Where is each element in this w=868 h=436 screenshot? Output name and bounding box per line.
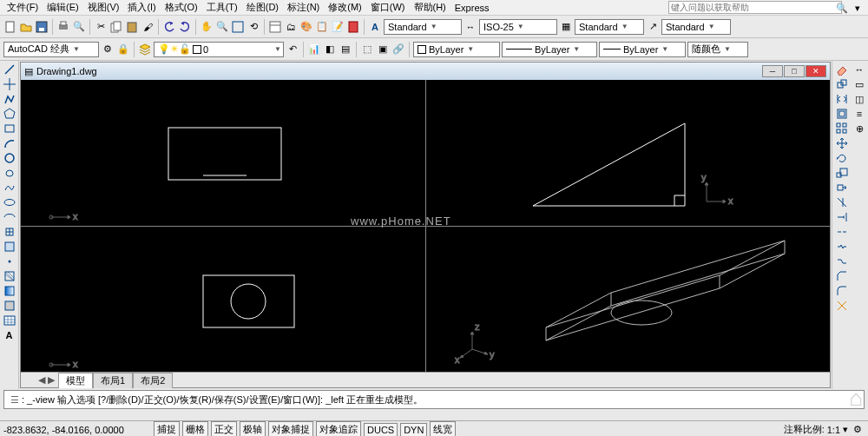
xref-icon[interactable]: 🔗 [391,43,405,56]
region-icon[interactable] [3,299,16,313]
revcloud-icon[interactable] [3,166,16,180]
copy-icon[interactable] [109,20,123,34]
polyline-icon[interactable] [3,92,16,106]
layer-state-icon[interactable]: 📊 [307,43,321,56]
line-icon[interactable] [3,63,16,76]
ducs-toggle[interactable]: DUCS [364,423,398,437]
layer-combo[interactable]: 💡 ☀ 🔓 0▼ [154,42,284,57]
text-style-icon[interactable]: A [368,20,382,34]
undo-icon[interactable] [162,20,176,34]
distance-icon[interactable]: ↔ [852,63,866,76]
menu-edit[interactable]: 编辑(E) [43,0,82,15]
print-icon[interactable] [56,20,70,34]
text-style-combo[interactable]: Standard▼ [384,19,462,35]
create-block-icon[interactable]: ▣ [376,43,390,56]
minimize-button[interactable]: ─ [762,65,783,77]
polar-toggle[interactable]: 极轴 [240,421,266,436]
save-icon[interactable] [35,20,49,34]
table-style-icon[interactable]: ▦ [559,20,573,34]
grid-toggle[interactable]: 栅格 [182,421,208,436]
pan-icon[interactable]: ✋ [200,20,214,34]
circle-icon[interactable] [3,151,16,165]
ellipse-arc-icon[interactable] [3,210,16,224]
zoom-window-icon[interactable] [231,20,245,34]
menu-view[interactable]: 视图(V) [84,0,123,15]
otrack-toggle[interactable]: 对象追踪 [316,421,361,436]
menu-modify[interactable]: 修改(M) [325,0,365,15]
menu-help[interactable]: 帮助(H) [411,0,450,15]
stretch-icon[interactable] [835,181,849,195]
workspace-lock-icon[interactable]: 🔒 [116,43,130,56]
scale-icon[interactable] [835,166,849,180]
menu-express[interactable]: Express [451,2,493,14]
maximize-button[interactable]: □ [784,65,805,77]
make-block-icon[interactable] [3,240,16,254]
dyn-toggle[interactable]: DYN [400,423,427,437]
extend-icon[interactable] [835,210,849,224]
explode-icon[interactable] [835,299,849,313]
dropdown-icon[interactable]: ▾ [851,1,865,15]
break2-icon[interactable] [835,240,849,254]
join-icon[interactable] [835,254,849,268]
status-extra-icon[interactable]: ⚙ [851,423,865,437]
dim-style-icon[interactable]: ↔ [464,20,477,34]
snap-toggle[interactable]: 捕捉 [154,421,180,436]
workspace-combo[interactable]: AutoCAD 经典▼ [3,42,99,57]
command-line[interactable]: ☰ : _-view 输入选项 [?/删除(D)/正交(O)/恢复(R)/保存(… [3,390,865,409]
gradient-icon[interactable] [3,284,16,298]
lwt-toggle[interactable]: 线宽 [430,421,456,436]
plotstyle-combo[interactable]: 随颜色▼ [687,42,748,57]
color-combo[interactable]: ByLayer▼ [413,42,500,57]
menu-dimension[interactable]: 标注(N) [284,0,323,15]
menu-insert[interactable]: 插入(I) [124,0,159,15]
menu-window[interactable]: 窗口(W) [367,0,409,15]
point-icon[interactable] [3,254,16,268]
paste-icon[interactable] [125,20,139,34]
cut-icon[interactable]: ✂ [94,20,108,34]
array-icon[interactable] [835,122,849,135]
ortho-toggle[interactable]: 正交 [211,421,237,436]
design-center-icon[interactable]: 🗂 [284,20,298,34]
calc-icon[interactable] [346,20,360,34]
list-icon[interactable]: ≡ [852,107,866,121]
offset-icon[interactable] [835,107,849,121]
zoom-prev-icon[interactable]: ⟲ [247,20,260,34]
anno-scale-value[interactable]: 1:1 [827,425,840,435]
markup-icon[interactable]: 📝 [331,20,345,34]
search-icon[interactable]: 🔍 [835,1,849,15]
area-icon[interactable]: ▭ [852,77,866,91]
lineweight-combo[interactable]: ByLayer▼ [599,42,686,57]
trim-icon[interactable] [835,195,849,209]
arc-icon[interactable] [3,136,16,150]
move-icon[interactable] [835,136,849,150]
insert-block-icon[interactable]: ⬚ [360,43,374,56]
open-icon[interactable] [19,20,33,34]
sheet-icon[interactable]: 📋 [315,20,329,34]
copy-obj-icon[interactable] [835,77,849,91]
ellipse-icon[interactable] [3,195,16,209]
table-icon[interactable] [3,314,16,327]
erase-icon[interactable] [835,63,849,76]
menu-tools[interactable]: 工具(T) [203,0,241,15]
layer-prev-icon[interactable]: ↶ [286,43,299,56]
chamfer-icon[interactable] [835,269,849,283]
close-button[interactable]: ✕ [806,65,826,77]
redo-icon[interactable] [178,20,192,34]
table-style-combo[interactable]: Standard▼ [575,19,644,35]
menu-draw[interactable]: 绘图(D) [243,0,282,15]
spline-icon[interactable] [3,181,16,195]
layer-iso-icon[interactable]: ◧ [323,43,337,56]
properties-icon[interactable] [268,20,282,34]
viewport-area[interactable]: x x y x [21,80,830,372]
layer-manager-icon[interactable] [138,43,152,56]
xline-icon[interactable] [3,77,16,91]
block-insert-icon[interactable] [3,225,16,239]
hatch-icon[interactable] [3,269,16,283]
break-icon[interactable] [835,225,849,239]
tool-palette-icon[interactable]: 🎨 [299,20,313,34]
match-icon[interactable]: 🖌 [141,20,155,34]
polygon-icon[interactable] [3,107,16,121]
layer-match-icon[interactable]: ▤ [339,43,352,56]
region-tool-icon[interactable]: ◫ [852,92,866,106]
fillet-icon[interactable] [835,284,849,298]
